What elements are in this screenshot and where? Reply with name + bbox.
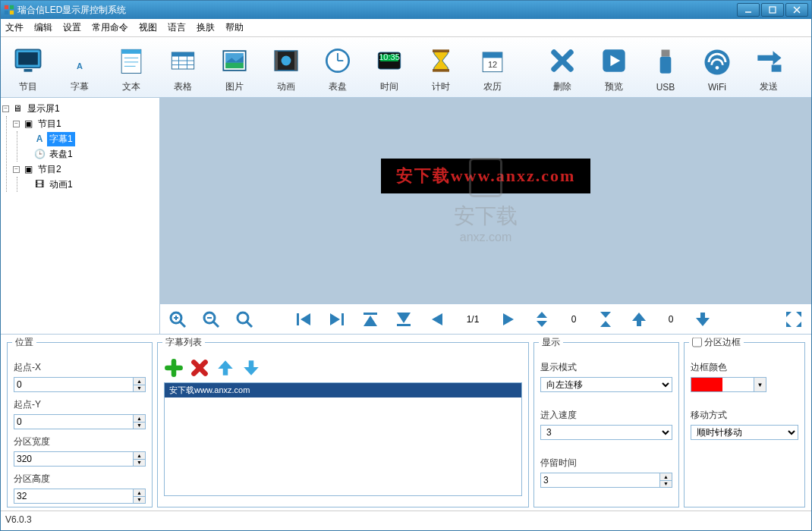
arrow-down-button[interactable] xyxy=(691,308,714,331)
border-checkbox[interactable] xyxy=(692,338,702,347)
tree-dial1[interactable]: 🕒 表盘1 xyxy=(24,146,158,162)
spinner[interactable]: ▲▼ xyxy=(660,473,672,488)
tree-panel: − 🖥 显示屏1 − ▣ 节目1 A 字幕1 🕒 表盘1 xyxy=(1,98,160,334)
move-bottom-button[interactable] xyxy=(392,308,415,331)
menu-help[interactable]: 帮助 xyxy=(225,21,244,34)
menu-skin[interactable]: 换肤 xyxy=(197,21,215,34)
led-content[interactable]: 安下载www.anxz.com xyxy=(381,159,591,193)
border-color-picker[interactable]: ▼ xyxy=(691,377,766,392)
fullscreen-button[interactable] xyxy=(782,308,805,331)
move-up-button[interactable] xyxy=(216,358,235,378)
tree-program2[interactable]: − ▣ 节目2 xyxy=(13,162,158,177)
svg-rect-1 xyxy=(10,5,14,9)
page-prev-button[interactable] xyxy=(426,308,448,331)
svg-rect-2 xyxy=(5,11,8,14)
spinner[interactable]: ▲▼ xyxy=(134,451,146,467)
remove-button[interactable] xyxy=(190,358,209,378)
vert-offset[interactable] xyxy=(564,312,584,327)
wifi-icon xyxy=(700,46,734,79)
menu-common[interactable]: 常用命令 xyxy=(92,21,128,34)
starty-label: 起点-Y xyxy=(14,398,146,411)
tool-preview[interactable]: 预览 xyxy=(588,40,640,97)
letter-a-icon: A xyxy=(34,134,45,144)
tool-subtitle[interactable]: A 字幕 xyxy=(54,40,105,97)
expand-icon[interactable]: − xyxy=(13,121,20,127)
add-button[interactable] xyxy=(164,358,184,378)
tool-wifi[interactable]: WiFi xyxy=(691,40,743,97)
svg-marker-74 xyxy=(632,313,646,326)
preview-canvas[interactable]: 安下载www.anxz.com 安下载 anxz.com xyxy=(160,98,811,303)
tool-timer[interactable]: 计时 xyxy=(415,40,467,97)
speed-select[interactable]: 3 xyxy=(540,425,672,440)
move-mode-select[interactable]: 顺时针移动 xyxy=(691,425,798,440)
program-icon: ▣ xyxy=(23,118,33,129)
tree-subtitle1[interactable]: A 字幕1 xyxy=(24,131,158,146)
tool-delete[interactable]: 删除 xyxy=(537,40,588,97)
mode-select[interactable]: 向左连移 xyxy=(540,377,672,392)
close-button[interactable] xyxy=(785,3,808,17)
tool-dial[interactable]: 表盘 xyxy=(312,40,364,97)
page-next-button[interactable] xyxy=(497,308,520,331)
tool-lunar[interactable]: 12 农历 xyxy=(467,40,518,97)
svg-rect-38 xyxy=(433,69,449,72)
svg-rect-29 xyxy=(294,51,297,71)
svg-marker-79 xyxy=(796,322,801,327)
svg-marker-61 xyxy=(301,313,310,325)
tool-program[interactable]: 节目 xyxy=(2,40,54,97)
tool-animation[interactable]: 动画 xyxy=(260,40,312,97)
startx-input[interactable] xyxy=(14,377,134,392)
stay-label: 停留时间 xyxy=(540,457,672,470)
subtitle-listbox[interactable]: 安下载www.anxz.com xyxy=(164,382,522,496)
stay-input[interactable] xyxy=(540,473,660,488)
starty-input[interactable] xyxy=(14,414,134,429)
page-indicator[interactable] xyxy=(459,312,486,327)
move-top-button[interactable] xyxy=(359,308,382,331)
page-last-button[interactable] xyxy=(326,308,348,331)
zoom-reset-button[interactable] xyxy=(233,308,256,331)
svg-marker-85 xyxy=(244,360,259,375)
menu-view[interactable]: 视图 xyxy=(139,21,157,34)
svg-marker-65 xyxy=(364,316,377,326)
expand-vert-button[interactable] xyxy=(530,308,553,331)
bottom-panels: 位置 起点-X ▲▼ 起点-Y ▲▼ 分区宽度 ▲▼ 分区高度 ▲▼ 字幕列表 … xyxy=(1,335,811,511)
expand-icon[interactable]: − xyxy=(13,166,20,173)
menu-edit[interactable]: 编辑 xyxy=(34,21,52,34)
border-panel: 分区边框 边框颜色 ▼ 移动方式 顺时针移动 xyxy=(684,342,805,507)
tool-time[interactable]: 10:35 时间 xyxy=(364,40,415,97)
height-label: 分区高度 xyxy=(14,473,146,485)
tree-anim1[interactable]: 🎞 动画1 xyxy=(24,177,158,192)
collapse-vert-button[interactable] xyxy=(594,308,617,331)
minimize-button[interactable] xyxy=(737,3,760,17)
tool-usb[interactable]: USB xyxy=(640,40,691,97)
hourglass-icon xyxy=(424,44,458,77)
page-first-button[interactable] xyxy=(292,308,315,331)
menu-lang[interactable]: 语言 xyxy=(168,21,186,34)
mode-label: 显示模式 xyxy=(540,361,672,374)
arrow-up-button[interactable] xyxy=(628,308,650,331)
spinner[interactable]: ▲▼ xyxy=(134,489,146,504)
tool-text[interactable]: 文本 xyxy=(105,40,157,97)
horiz-offset[interactable] xyxy=(661,312,681,327)
width-input[interactable] xyxy=(14,451,134,467)
move-down-button[interactable] xyxy=(241,358,261,378)
tree-screen[interactable]: − 🖥 显示屏1 xyxy=(2,101,158,116)
spinner[interactable]: ▲▼ xyxy=(134,414,146,429)
tree-program1[interactable]: − ▣ 节目1 xyxy=(13,116,158,131)
tool-table[interactable]: 表格 xyxy=(157,40,209,97)
svg-text:10:35: 10:35 xyxy=(379,52,400,61)
tool-send[interactable]: 发送 xyxy=(743,40,795,97)
zoom-out-button[interactable] xyxy=(200,308,222,331)
list-item[interactable]: 安下载www.anxz.com xyxy=(165,383,521,397)
svg-marker-76 xyxy=(786,312,792,317)
monitor-icon xyxy=(11,44,45,77)
menu-settings[interactable]: 设置 xyxy=(63,21,81,34)
spinner[interactable]: ▲▼ xyxy=(134,377,146,392)
tool-picture[interactable]: 图片 xyxy=(209,40,260,97)
zoom-in-button[interactable] xyxy=(166,308,189,331)
height-input[interactable] xyxy=(14,489,134,504)
expand-icon[interactable]: − xyxy=(2,105,9,112)
svg-rect-5 xyxy=(770,7,776,13)
menu-file[interactable]: 文件 xyxy=(5,21,24,34)
maximize-button[interactable] xyxy=(761,3,784,17)
svg-line-52 xyxy=(180,322,185,327)
